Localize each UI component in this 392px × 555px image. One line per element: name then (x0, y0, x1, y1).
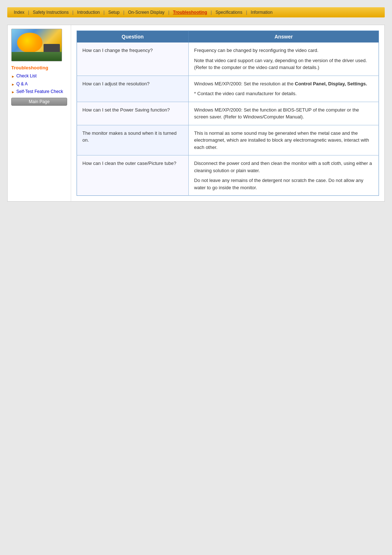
qa-table: Question Answer How can I change the fre… (77, 31, 379, 196)
main-content: Question Answer How can I change the fre… (71, 25, 384, 201)
sidebar: Troubleshooting ► Check List ► Q & A ► S… (8, 25, 71, 201)
nav-sep-3: | (103, 10, 105, 15)
sidebar-link-qa[interactable]: ► Q & A (11, 81, 67, 87)
nav-osd[interactable]: On-Screen Display (125, 9, 168, 16)
table-header-question: Question (77, 31, 189, 43)
nav-safety[interactable]: Safety Instructions (30, 9, 72, 16)
arrow-icon-qa: ► (11, 82, 15, 87)
table-header-answer: Answer (188, 31, 379, 43)
main-page-button[interactable]: Main Page (11, 98, 67, 106)
answer-para: * Contact the video card manufacturer fo… (194, 90, 373, 97)
sidebar-image (11, 29, 62, 61)
answer-para: Disconnect the power cord and then clean… (194, 160, 373, 174)
sidebar-link-checklist[interactable]: ► Check List (11, 73, 67, 79)
answer-para: Windows ME/XP/2000: Set the resolution a… (194, 80, 373, 88)
sidebar-title: Troubleshooting (11, 65, 67, 70)
nav-information[interactable]: Information (248, 9, 275, 16)
page-wrapper: Index | Safety Instructions | Introducti… (0, 0, 392, 555)
nav-sep-5: | (167, 10, 170, 15)
nav-introduction[interactable]: Introduction (74, 9, 103, 16)
answer-para: Do not leave any remains of the detergen… (194, 177, 373, 191)
answer-para: Windows ME/XP/2000: Set the function at … (194, 106, 373, 121)
table-cell-question-0: How can I change the frequency? (77, 42, 189, 76)
monitor-silhouette (44, 44, 60, 56)
nav-troubleshooting[interactable]: Troubleshooting (170, 9, 210, 16)
nav-sep-4: | (123, 10, 125, 15)
answer-para: Note that video card support can vary, d… (194, 57, 373, 71)
table-row: How can I adjust the resolution?Windows … (77, 76, 379, 102)
table-cell-answer-0: Frequency can be changed by reconfigurin… (188, 42, 379, 76)
table-cell-answer-1: Windows ME/XP/2000: Set the resolution a… (188, 76, 379, 102)
nav-index[interactable]: Index (11, 9, 27, 16)
table-cell-answer-4: Disconnect the power cord and then clean… (188, 155, 379, 196)
table-cell-question-2: How can I set the Power Saving function? (77, 102, 189, 125)
nav-sep-1: | (27, 10, 30, 15)
nav-sep-2: | (72, 10, 74, 15)
nav-specifications[interactable]: Specifications (213, 9, 245, 16)
content-area: Troubleshooting ► Check List ► Q & A ► S… (7, 25, 385, 202)
nav-setup[interactable]: Setup (105, 9, 122, 16)
table-row: How can I set the Power Saving function?… (77, 102, 379, 125)
nav-bar: Index | Safety Instructions | Introducti… (7, 7, 385, 17)
table-row: How can I change the frequency?Frequency… (77, 42, 379, 76)
table-cell-question-4: How can I clean the outer case/Picture t… (77, 155, 189, 196)
table-cell-answer-3: This is normal as some sound may be gene… (188, 125, 379, 155)
answer-para: This is normal as some sound may be gene… (194, 130, 373, 151)
arrow-icon-selftest: ► (11, 90, 15, 94)
table-cell-question-3: The monitor makes a sound when it is tur… (77, 125, 189, 155)
nav-sep-7: | (245, 10, 248, 15)
table-cell-question-1: How can I adjust the resolution? (77, 76, 189, 102)
table-cell-answer-2: Windows ME/XP/2000: Set the function at … (188, 102, 379, 125)
table-row: How can I clean the outer case/Picture t… (77, 155, 379, 196)
table-row: The monitor makes a sound when it is tur… (77, 125, 379, 155)
answer-para: Frequency can be changed by reconfigurin… (194, 47, 373, 54)
nav-sep-6: | (210, 10, 213, 15)
arrow-icon-checklist: ► (11, 74, 15, 79)
sidebar-link-selftest[interactable]: ► Self-Test Feature Check (11, 89, 67, 95)
